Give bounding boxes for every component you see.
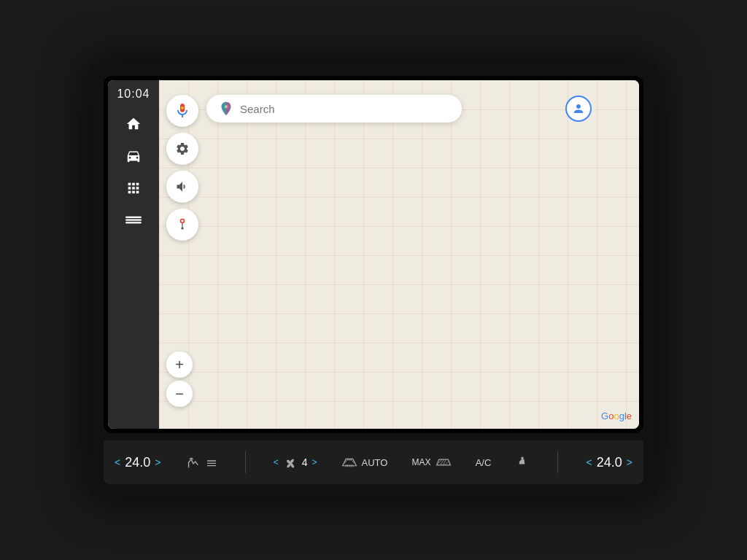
main-screen: 10:04 bbox=[108, 80, 639, 429]
max-section: MAX bbox=[412, 456, 452, 468]
hvac-button[interactable] bbox=[119, 206, 148, 235]
auto-mode-label[interactable]: AUTO bbox=[362, 457, 388, 468]
auto-mode-section: AUTO bbox=[341, 454, 388, 470]
volume-button[interactable] bbox=[166, 171, 198, 203]
left-temp-increase[interactable]: > bbox=[155, 456, 160, 468]
fan-speed-increase[interactable]: > bbox=[311, 457, 317, 467]
sidebar: 10:04 bbox=[108, 80, 159, 429]
svg-point-5 bbox=[181, 227, 183, 229]
seat-heat-section bbox=[185, 454, 217, 470]
map-area[interactable]: + − Google bbox=[159, 80, 639, 429]
seat-heat-icon bbox=[185, 454, 201, 470]
maps-pin-icon bbox=[218, 101, 234, 117]
right-temp-increase[interactable]: > bbox=[627, 456, 632, 468]
car-infotainment-console: 10:04 bbox=[89, 61, 658, 499]
microphone-button[interactable] bbox=[166, 95, 198, 127]
screen-wrapper: 10:04 bbox=[104, 76, 643, 433]
clock-display: 10:04 bbox=[117, 88, 150, 101]
windshield-icon bbox=[341, 454, 357, 470]
left-temp-decrease[interactable]: < bbox=[115, 456, 120, 468]
svg-point-4 bbox=[181, 219, 185, 223]
svg-rect-2 bbox=[125, 222, 142, 223]
heat-bars-icon bbox=[206, 456, 217, 468]
max-label[interactable]: MAX bbox=[412, 457, 431, 467]
svg-point-3 bbox=[181, 106, 184, 109]
top-search-area bbox=[206, 95, 599, 122]
rear-window-icon bbox=[436, 456, 452, 468]
svg-rect-1 bbox=[125, 219, 142, 221]
ac-section: A/C bbox=[476, 457, 492, 468]
left-controls bbox=[166, 95, 198, 241]
home-button[interactable] bbox=[119, 109, 148, 139]
right-temperature: 24.0 bbox=[597, 455, 622, 470]
settings-button[interactable] bbox=[166, 133, 198, 165]
zoom-controls: + − bbox=[166, 351, 193, 407]
svg-rect-0 bbox=[125, 217, 142, 218]
search-input[interactable] bbox=[240, 103, 450, 115]
google-logo: Google bbox=[601, 411, 632, 421]
seat-icon-section bbox=[515, 455, 530, 470]
apps-button[interactable] bbox=[119, 174, 148, 203]
route-button[interactable] bbox=[166, 209, 198, 241]
car-button[interactable] bbox=[119, 141, 148, 171]
left-temperature: 24.0 bbox=[125, 455, 150, 470]
fan-speed-value: 4 bbox=[302, 456, 308, 468]
climate-control-bar: < 24.0 > < 4 > bbox=[104, 440, 643, 484]
zoom-in-button[interactable]: + bbox=[166, 351, 193, 378]
ac-label[interactable]: A/C bbox=[476, 457, 492, 468]
fan-icon bbox=[283, 455, 298, 470]
seat-icon bbox=[515, 455, 530, 470]
fan-speed-decrease[interactable]: < bbox=[274, 457, 279, 467]
fan-speed-section: < 4 > bbox=[274, 455, 317, 470]
right-temp-decrease[interactable]: < bbox=[587, 456, 592, 468]
zoom-out-button[interactable]: − bbox=[166, 381, 193, 407]
search-bar[interactable] bbox=[206, 95, 462, 122]
right-temp-section: < 24.0 > bbox=[587, 455, 632, 470]
profile-button[interactable] bbox=[565, 96, 592, 122]
left-temp-section: < 24.0 > bbox=[115, 455, 160, 470]
